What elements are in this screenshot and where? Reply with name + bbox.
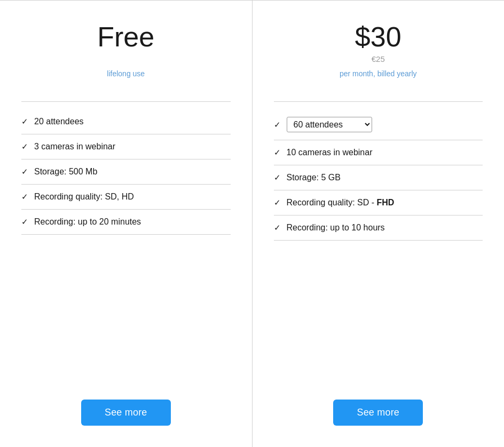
plan-free: Free lifelong use ✓ 20 attendees ✓ 3 cam…	[0, 1, 253, 447]
check-icon-4: ✓	[21, 192, 30, 202]
feature-paid-quality-text: Recording quality: SD - FHD	[287, 198, 395, 207]
feature-free-attendees-text: 20 attendees	[34, 117, 84, 126]
feature-free-storage: ✓ Storage: 500 Mb	[21, 159, 231, 185]
check-icon-1: ✓	[21, 117, 30, 126]
attendees-select[interactable]: 60 attendees 100 attendees 150 attendees…	[287, 117, 372, 132]
plan-paid-billing: per month, billed yearly	[340, 69, 417, 78]
plan-paid-price-secondary: €25	[372, 54, 385, 65]
feature-free-quality: ✓ Recording quality: SD, HD	[21, 185, 231, 210]
feature-paid-storage: ✓ Storage: 5 GB	[274, 165, 483, 190]
plan-free-features: ✓ 20 attendees ✓ 3 cameras in webinar ✓ …	[21, 109, 231, 235]
plan-free-billing: lifelong use	[107, 69, 145, 78]
feature-free-cameras-text: 3 cameras in webinar	[34, 142, 115, 151]
check-icon-paid-3: ✓	[274, 173, 282, 182]
feature-paid-recording: ✓ Recording: up to 10 hours	[274, 215, 483, 241]
feature-free-recording: ✓ Recording: up to 20 minutes	[21, 210, 231, 235]
feature-paid-recording-text: Recording: up to 10 hours	[287, 223, 385, 233]
feature-free-cameras: ✓ 3 cameras in webinar	[21, 134, 231, 159]
check-icon-2: ✓	[21, 142, 30, 151]
see-more-paid-container: See more	[274, 384, 483, 426]
divider-free-top	[21, 101, 231, 102]
check-icon-5: ✓	[21, 217, 30, 227]
check-icon-paid-4: ✓	[274, 198, 282, 207]
pricing-container: Free lifelong use ✓ 20 attendees ✓ 3 cam…	[0, 0, 504, 447]
feature-paid-storage-text: Storage: 5 GB	[287, 173, 341, 182]
feature-paid-cameras: ✓ 10 cameras in webinar	[274, 140, 483, 165]
check-icon-3: ✓	[21, 167, 30, 177]
check-icon-paid-2: ✓	[274, 148, 282, 157]
see-more-free-container: See more	[21, 384, 231, 426]
feature-paid-quality: ✓ Recording quality: SD - FHD	[274, 190, 483, 215]
feature-paid-attendees: ✓ 60 attendees 100 attendees 150 attende…	[274, 109, 483, 140]
feature-paid-cameras-text: 10 cameras in webinar	[287, 148, 373, 157]
see-more-paid-button[interactable]: See more	[333, 400, 423, 426]
plan-paid-header: $30 €25 per month, billed yearly	[274, 22, 483, 94]
see-more-free-button[interactable]: See more	[81, 400, 171, 426]
feature-free-storage-text: Storage: 500 Mb	[34, 167, 97, 177]
plan-paid-features: ✓ 60 attendees 100 attendees 150 attende…	[274, 109, 483, 241]
plan-free-price-secondary	[125, 54, 127, 65]
feature-free-attendees: ✓ 20 attendees	[21, 109, 231, 134]
feature-free-recording-text: Recording: up to 20 minutes	[34, 217, 141, 227]
plan-paid: $30 €25 per month, billed yearly ✓ 60 at…	[253, 1, 505, 447]
divider-paid-top	[274, 101, 483, 102]
check-icon-paid-5: ✓	[274, 223, 282, 233]
feature-free-quality-text: Recording quality: SD, HD	[34, 192, 134, 202]
check-icon-paid-1: ✓	[274, 120, 282, 130]
plan-paid-price: $30	[355, 22, 401, 52]
plan-free-price: Free	[97, 22, 154, 52]
plan-free-header: Free lifelong use	[21, 22, 231, 94]
